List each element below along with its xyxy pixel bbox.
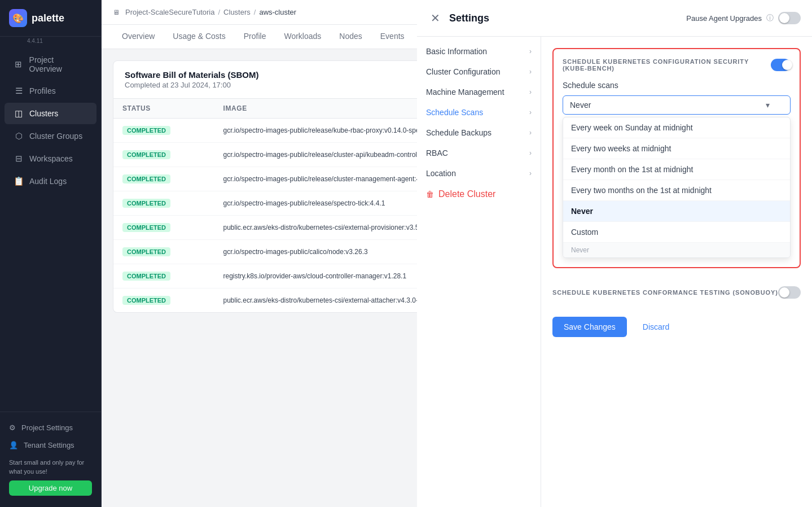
settings-body: Basic Information › Cluster Configuratio… <box>417 37 812 507</box>
cell-status: COMPLETED <box>113 191 214 216</box>
chevron-down-icon: ▾ <box>766 100 770 110</box>
cluster-groups-icon: ⬡ <box>14 131 24 141</box>
settings-nav-location[interactable]: Location › <box>417 163 541 183</box>
settings-title: Settings <box>449 12 489 24</box>
main-content: 🖥 Project-ScaleSecureTutoria / Clusters … <box>102 0 812 507</box>
sidebar-item-project-settings[interactable]: ⚙ Project Settings <box>9 419 92 436</box>
status-badge: COMPLETED <box>122 174 170 183</box>
cell-status: COMPLETED <box>113 119 214 143</box>
settings-nav-cluster-configuration[interactable]: Cluster Configuration › <box>417 62 541 82</box>
kube-bench-label: SCHEDULE KUBERNETES CONFIGURATION SECURI… <box>563 58 771 72</box>
schedule-scans-section: Schedule scans Never ▾ Every week on Sun… <box>563 81 791 258</box>
sidebar-item-label: Workspaces <box>29 154 73 163</box>
option-weekly[interactable]: Every week on Sunday at midnight <box>563 117 790 138</box>
tab-usage-costs[interactable]: Usage & Costs <box>164 25 234 49</box>
sidebar-item-workspaces[interactable]: ⊟ Workspaces <box>5 148 96 169</box>
sidebar-item-clusters[interactable]: ◫ Clusters <box>5 103 96 124</box>
breadcrumb-current: aws-cluster <box>259 8 296 16</box>
sidebar-item-label: Cluster Groups <box>29 132 82 141</box>
sonobuoy-header: SCHEDULE KUBERNETES CONFORMANCE TESTING … <box>552 279 801 305</box>
dropdown-truncated: Never <box>563 243 790 257</box>
status-badge: COMPLETED <box>122 223 170 232</box>
sidebar: 🎨 palette 4.4.11 ⊞ Project Overview ☰ Pr… <box>0 0 102 507</box>
settings-nav-machine-management[interactable]: Machine Management › <box>417 82 541 102</box>
sidebar-item-tenant-settings[interactable]: 👤 Tenant Settings <box>9 436 92 454</box>
option-custom[interactable]: Custom <box>563 222 790 243</box>
tab-workloads[interactable]: Workloads <box>275 25 330 49</box>
cell-status: COMPLETED <box>113 143 214 167</box>
discard-button[interactable]: Discard <box>634 317 678 337</box>
nav-basic-label: Basic Information <box>426 47 487 56</box>
breadcrumb-sep-2: / <box>254 8 256 16</box>
audit-logs-icon: 📋 <box>14 176 24 186</box>
tab-events[interactable]: Events <box>371 25 414 49</box>
sidebar-item-label: Profiles <box>29 86 56 95</box>
project-settings-icon: ⚙ <box>9 423 16 432</box>
schedule-dropdown[interactable]: Never ▾ <box>563 95 791 115</box>
sonobuoy-toggle[interactable] <box>778 286 801 299</box>
profiles-icon: ☰ <box>14 86 24 96</box>
sidebar-item-audit-logs[interactable]: 📋 Audit Logs <box>5 171 96 192</box>
logo-text: palette <box>32 12 64 24</box>
workspaces-icon: ⊟ <box>14 154 24 164</box>
tab-overview[interactable]: Overview <box>113 25 164 49</box>
sidebar-item-project-overview[interactable]: ⊞ Project Overview <box>5 50 96 79</box>
breadcrumb-project[interactable]: Project-ScaleSecureTutoria <box>125 8 214 16</box>
settings-nav-schedule-scans[interactable]: Schedule Scans › <box>417 102 541 123</box>
settings-overlay: ✕ Settings Pause Agent Upgrades ⓘ Basic … <box>417 0 812 507</box>
nav-machine-label: Machine Management <box>426 88 504 97</box>
cell-status: COMPLETED <box>113 167 214 191</box>
close-button[interactable]: ✕ <box>428 9 442 27</box>
settings-header: ✕ Settings Pause Agent Upgrades ⓘ <box>417 0 812 37</box>
cell-status: COMPLETED <box>113 216 214 240</box>
cell-status: COMPLETED <box>113 289 214 313</box>
upgrade-button[interactable]: Upgrade now <box>9 480 92 496</box>
status-badge: COMPLETED <box>122 199 170 208</box>
settings-nav: Basic Information › Cluster Configuratio… <box>417 37 541 507</box>
chevron-right-icon: › <box>529 149 532 157</box>
delete-label: Delete Cluster <box>438 189 495 199</box>
status-badge: COMPLETED <box>122 126 170 135</box>
upgrade-section: Start small and only pay for what you us… <box>9 454 92 500</box>
settings-nav-rbac[interactable]: RBAC › <box>417 143 541 163</box>
chevron-right-icon: › <box>529 68 532 76</box>
kube-bench-section: SCHEDULE KUBERNETES CONFIGURATION SECURI… <box>552 48 801 268</box>
option-never[interactable]: Never <box>563 201 790 222</box>
trash-icon: 🗑 <box>426 190 434 199</box>
settings-nav-basic-information[interactable]: Basic Information › <box>417 41 541 62</box>
toggle-knob <box>779 13 789 23</box>
settings-content: SCHEDULE KUBERNETES CONFIGURATION SECURI… <box>541 37 812 507</box>
tab-profile[interactable]: Profile <box>235 25 275 49</box>
sonobuoy-toggle-knob <box>779 287 789 298</box>
option-bimonthly[interactable]: Every two months on the 1st at midnight <box>563 180 790 201</box>
schedule-scans-label: Schedule scans <box>563 81 791 90</box>
breadcrumb-sep-1: / <box>218 8 220 16</box>
status-badge: COMPLETED <box>122 272 170 281</box>
pause-toggle[interactable] <box>778 12 801 24</box>
pause-label: Pause Agent Upgrades <box>686 14 762 23</box>
sidebar-item-cluster-groups[interactable]: ⬡ Cluster Groups <box>5 125 96 147</box>
sidebar-item-profiles[interactable]: ☰ Profiles <box>5 80 96 102</box>
kube-bench-toggle[interactable] <box>771 59 791 71</box>
breadcrumb-clusters[interactable]: Clusters <box>223 8 251 16</box>
nav-rbac-label: RBAC <box>426 148 448 158</box>
status-badge: COMPLETED <box>122 296 170 305</box>
option-monthly[interactable]: Every month on the 1st at midnight <box>563 159 790 180</box>
nav-cluster-config-label: Cluster Configuration <box>426 67 501 76</box>
action-buttons: Save Changes Discard <box>552 317 801 337</box>
tenant-settings-icon: 👤 <box>9 441 18 449</box>
cell-status: COMPLETED <box>113 240 214 264</box>
settings-nav-schedule-backups[interactable]: Schedule Backups › <box>417 123 541 143</box>
chevron-right-icon: › <box>529 47 532 55</box>
col-status: Status <box>113 99 214 119</box>
option-biweekly[interactable]: Every two weeks at midnight <box>563 138 790 159</box>
kube-bench-toggle-knob <box>782 60 792 70</box>
chevron-right-icon: › <box>529 108 532 116</box>
delete-cluster-button[interactable]: 🗑 Delete Cluster <box>417 183 541 205</box>
info-icon: ⓘ <box>766 13 774 23</box>
nav-schedule-scans-label: Schedule Scans <box>426 108 483 117</box>
status-badge: COMPLETED <box>122 150 170 159</box>
sidebar-item-label: Project Overview <box>29 55 87 73</box>
save-changes-button[interactable]: Save Changes <box>552 317 627 337</box>
tab-nodes[interactable]: Nodes <box>330 25 371 49</box>
